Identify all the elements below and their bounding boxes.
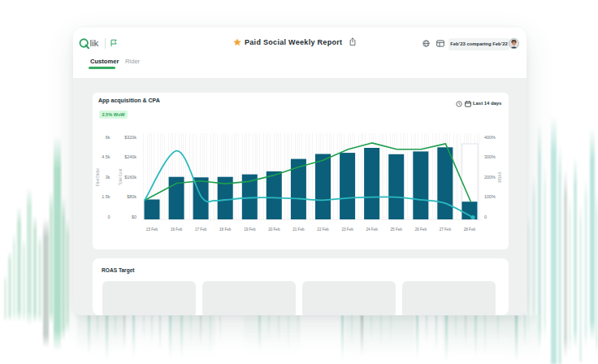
svg-text:23 Feb: 23 Feb	[341, 228, 353, 232]
svg-text:16 Feb: 16 Feb	[171, 228, 183, 232]
svg-text:0: 0	[108, 214, 110, 219]
svg-text:18 Feb: 18 Feb	[219, 228, 232, 232]
svg-text:100%: 100%	[484, 194, 496, 199]
svg-text:lik: lik	[90, 38, 99, 48]
svg-text:17 Feb: 17 Feb	[195, 228, 207, 232]
svg-text:$320k: $320k	[124, 135, 136, 140]
svg-text:21 Feb: 21 Feb	[292, 228, 305, 232]
svg-text:25 Feb: 25 Feb	[391, 228, 403, 232]
svg-text:27 Feb: 27 Feb	[440, 228, 452, 232]
svg-text:4.5k: 4.5k	[102, 154, 110, 159]
svg-text:Total Cost: Total Cost	[119, 168, 123, 185]
svg-text:22 Feb: 22 Feb	[317, 228, 329, 232]
svg-text:19 Feb: 19 Feb	[244, 228, 256, 232]
svg-text:300%: 300%	[484, 154, 496, 159]
svg-text:200%: 200%	[484, 175, 496, 180]
svg-text:$240k: $240k	[124, 154, 136, 159]
svg-text:$160k: $160k	[124, 175, 136, 180]
svg-text:28 Feb: 28 Feb	[464, 228, 476, 232]
svg-text:26 Feb: 26 Feb	[415, 228, 427, 232]
svg-text:First Order: First Order	[96, 168, 100, 186]
svg-text:1.5k: 1.5k	[102, 194, 110, 199]
svg-text:$0: $0	[132, 214, 136, 219]
svg-text:400%: 400%	[484, 135, 496, 140]
svg-text:3k: 3k	[106, 175, 110, 180]
svg-text:0: 0	[484, 214, 487, 219]
svg-text:24 Feb: 24 Feb	[366, 228, 378, 232]
svg-text:$80k: $80k	[127, 194, 136, 199]
svg-text:20 Feb: 20 Feb	[268, 228, 280, 232]
svg-text:6k: 6k	[106, 135, 110, 140]
svg-text:15 Feb: 15 Feb	[146, 228, 158, 232]
svg-text:ROAS: ROAS	[498, 171, 502, 182]
